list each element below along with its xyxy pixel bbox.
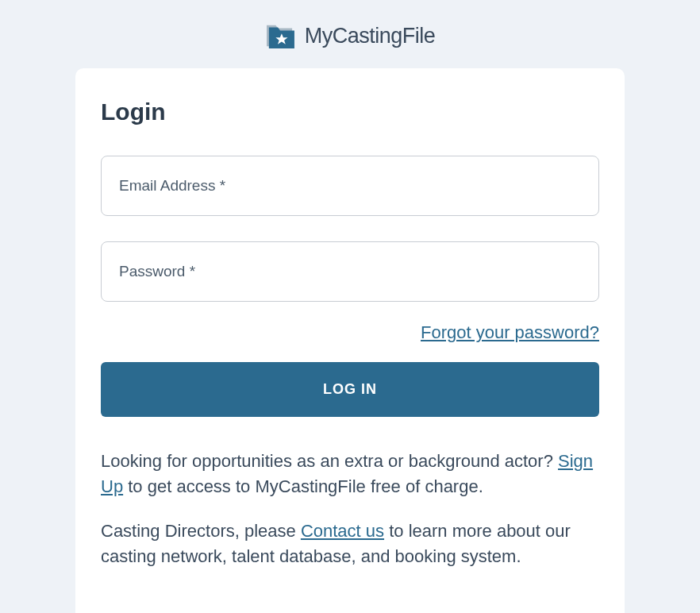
signup-pre-text: Looking for opportunities as an extra or… [101, 451, 558, 471]
login-card: Login Forgot your password? LOG IN Looki… [75, 68, 625, 613]
logo-section: MyCastingFile [0, 0, 700, 68]
contact-link[interactable]: Contact us [301, 521, 384, 541]
folder-star-icon [265, 22, 295, 49]
password-field-wrapper [101, 241, 599, 302]
directors-pre-text: Casting Directors, please [101, 521, 301, 541]
page-title: Login [101, 98, 599, 125]
password-input[interactable] [101, 241, 599, 302]
directors-info: Casting Directors, please Contact us to … [101, 519, 599, 569]
forgot-row: Forgot your password? [101, 322, 599, 343]
login-button[interactable]: LOG IN [101, 362, 599, 417]
brand-name: MyCastingFile [305, 24, 436, 48]
email-field-wrapper [101, 156, 599, 216]
email-input[interactable] [101, 156, 599, 216]
forgot-password-link[interactable]: Forgot your password? [421, 322, 599, 342]
signup-info: Looking for opportunities as an extra or… [101, 449, 599, 499]
signup-post-text: to get access to MyCastingFile free of c… [123, 476, 483, 496]
